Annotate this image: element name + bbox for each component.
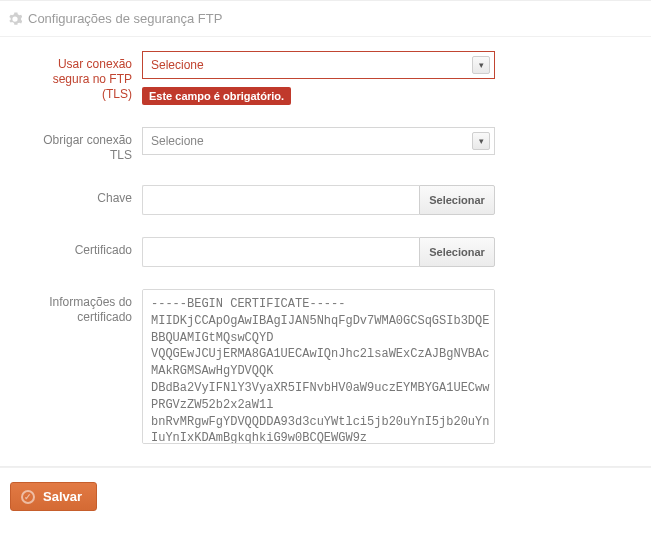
panel-header: Configurações de segurança FTP — [0, 1, 651, 37]
panel-footer: ✓ Salvar — [0, 467, 651, 531]
file-field-certificate: Selecionar — [142, 237, 495, 267]
key-input[interactable] — [142, 185, 419, 215]
check-icon: ✓ — [21, 490, 35, 504]
form-body: Usar conexão segura no FTP (TLS) Selecio… — [0, 37, 651, 467]
label-secure-connection: Usar conexão segura no FTP (TLS) — [22, 51, 142, 102]
certificate-input[interactable] — [142, 237, 419, 267]
error-message: Este campo é obrigatório. — [142, 87, 291, 105]
select-secure-connection[interactable]: Selecione ▾ — [142, 51, 495, 79]
chevron-down-icon[interactable]: ▾ — [472, 132, 490, 150]
save-button[interactable]: ✓ Salvar — [10, 482, 97, 511]
select-require-tls[interactable]: Selecione ▾ — [142, 127, 495, 155]
select-secure-connection-value: Selecione — [151, 58, 204, 72]
row-key: Chave Selecionar — [22, 185, 629, 215]
key-select-button[interactable]: Selecionar — [419, 185, 495, 215]
label-key: Chave — [22, 185, 142, 206]
label-certificate: Certificado — [22, 237, 142, 258]
chevron-down-icon[interactable]: ▾ — [472, 56, 490, 74]
row-cert-info: Informações do certificado — [22, 289, 629, 444]
file-field-key: Selecionar — [142, 185, 495, 215]
row-secure-connection: Usar conexão segura no FTP (TLS) Selecio… — [22, 51, 629, 105]
row-require-tls: Obrigar conexão TLS Selecione ▾ — [22, 127, 629, 163]
label-require-tls: Obrigar conexão TLS — [22, 127, 142, 163]
gear-icon — [8, 12, 22, 26]
save-button-label: Salvar — [43, 489, 82, 504]
cert-info-textarea[interactable] — [142, 289, 495, 444]
row-certificate: Certificado Selecionar — [22, 237, 629, 267]
panel-title: Configurações de segurança FTP — [28, 11, 222, 26]
label-cert-info: Informações do certificado — [22, 289, 142, 325]
certificate-select-button[interactable]: Selecionar — [419, 237, 495, 267]
ftp-security-panel: Configurações de segurança FTP Usar cone… — [0, 0, 651, 531]
select-require-tls-value: Selecione — [151, 134, 204, 148]
